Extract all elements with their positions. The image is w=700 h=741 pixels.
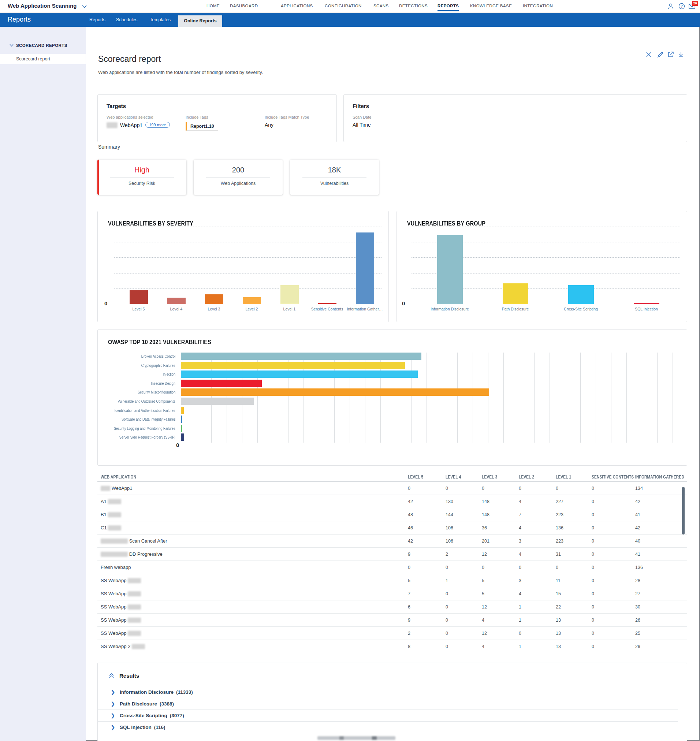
table-row[interactable]: Fresh webapp000000136 [97,561,687,574]
more-webapps-badge[interactable]: 199 more [146,122,169,128]
y-axis-zero-tick: 0 [402,300,405,306]
nav-knowledge-base[interactable]: KNOWLEDGE BASE [470,4,512,8]
nav-configuration[interactable]: CONFIGURATION [325,4,362,8]
owasp-label-4: Insecure Design [98,380,175,387]
tab-templates[interactable]: Templates [150,17,171,22]
result-group-cross-site-scripting[interactable]: ❯Cross-Site Scripting(3077) [98,710,678,722]
nav-reports[interactable]: REPORTS [437,4,459,8]
category-labels: Level 5Level 4Level 3Level 2Level 1Sensi… [120,307,384,311]
tab-online-reports[interactable]: Online Reports [178,15,222,27]
column-header-web-application[interactable]: WEB APPLICATION [101,475,408,479]
sidebar: SCORECARD REPORTS Scorecard report [0,27,86,741]
edit-icon[interactable] [657,51,664,58]
count-cell: 9 [408,618,446,623]
nav-applications[interactable]: APPLICATIONS [281,4,313,8]
owasp-top10-plot: Broken Access ControlCryptographic Failu… [98,330,687,465]
help-icon[interactable]: ? [678,3,685,10]
column-header-level-4[interactable]: LEVEL 4 [446,475,482,479]
count-cell: 227 [556,499,592,504]
targets-heading: Targets [107,103,126,109]
chevron-down-icon [10,44,13,47]
webapp-name-cell: SS WebApp 2 [101,644,408,649]
filters-panel: Filters Scan Date All Time [343,94,687,142]
product-switcher[interactable]: Web Application Scanning [8,3,87,9]
summary-value: 18K [290,166,379,174]
owasp-bar-2 [181,362,405,369]
table-row[interactable]: SS WebApp 6012122030 [97,600,687,614]
table-header-row: WEB APPLICATIONLEVEL 5LEVEL 4LEVEL 3LEVE… [97,472,687,482]
column-header-level-3[interactable]: LEVEL 3 [482,475,519,479]
table-row[interactable]: DD Progressive9212431041 [97,548,687,561]
result-group-path-disclosure[interactable]: ❯Path Disclosure(3388) [98,698,678,710]
close-icon[interactable] [646,51,652,58]
table-scrollbar-thumb[interactable] [682,487,685,535]
count-cell: 0 [592,499,635,504]
tab-schedules[interactable]: Schedules [116,17,137,22]
column-header-level-1[interactable]: LEVEL 1 [556,475,592,479]
owasp-bar-6 [181,398,254,405]
count-cell: 3 [519,538,556,544]
user-icon[interactable] [667,3,674,10]
table-row[interactable]: SS WebApp 2012013025 [97,627,687,640]
webapp-name-cell: SS WebApp [101,617,408,623]
open-in-new-icon[interactable] [668,51,674,58]
count-cell: 8 [408,644,446,649]
count-cell: 13 [556,618,592,623]
redacted-text [128,591,141,596]
section-title: Reports [8,16,31,24]
table-row[interactable]: SS WebApp 2 804113029 [97,640,687,653]
table-row[interactable]: C1 46106364136042 [97,521,687,535]
count-cell: 5 [482,578,519,583]
nav-detections[interactable]: DETECTIONS [399,4,428,8]
result-group-count: (11333) [176,690,193,695]
count-cell: 4 [519,499,556,504]
count-cell: 0 [592,565,635,570]
sidebar-section-scorecard-reports[interactable]: SCORECARD REPORTS [0,41,86,51]
owasp-bar-5 [181,388,489,396]
summary-card-web-applications: 200Web Applications [194,160,282,195]
table-row[interactable]: SS WebApp 705415027 [97,587,687,600]
tab-reports[interactable]: Reports [89,17,106,22]
count-cell: 0 [592,631,635,636]
count-cell: 0 [482,486,519,491]
nav-dashboard[interactable]: DASHBOARD [230,4,258,8]
summary-card-vulnerabilities: 18KVulnerabilities [290,160,379,195]
count-cell: 0 [592,538,635,544]
nav-scans[interactable]: SCANS [374,4,389,8]
table-row[interactable]: Scan Cancel After421062013223040 [97,535,687,548]
redacted-text [101,538,128,544]
column-header-level-5[interactable]: LEVEL 5 [408,475,446,479]
table-row[interactable]: SS WebApp 515311028 [97,574,687,587]
redacted-text [132,644,145,649]
collapse-icon[interactable] [109,673,114,678]
webapp-name-cell: SS WebApp [101,578,408,583]
table-row[interactable]: WebApp1000000134 [97,482,687,495]
webapp-name-cell: Scan Cancel After [101,538,408,544]
table-row[interactable]: SS WebApp 904113026 [97,614,687,627]
count-cell: 130 [446,499,482,504]
table-row[interactable]: B1 481441487223041 [97,508,687,521]
column-header-information-gathered[interactable]: INFORMATION GATHERED [635,475,693,479]
count-cell: 201 [482,538,519,544]
bars-row [120,226,384,304]
count-cell: 1 [519,604,556,610]
download-icon[interactable] [678,51,684,58]
owasp-label-8: Software and Data Integrity Failures [98,416,175,423]
result-group-label: Cross-Site Scripting [120,713,167,718]
result-group-sql-injection[interactable]: ❯SQL Injection(116) [98,722,678,733]
owasp-label-6: Vulnerable and Outdated Components [98,398,175,405]
count-cell: 9 [408,552,446,557]
count-cell: 31 [556,552,592,557]
count-cell: 7 [408,591,446,596]
match-type-label: Include Tags Match Type [265,115,309,119]
sidebar-item-scorecard-report[interactable]: Scorecard report [0,54,86,64]
nav-integration[interactable]: INTEGRATION [523,4,553,8]
count-cell: 148 [482,499,519,504]
nav-home[interactable]: HOME [206,4,220,8]
table-row[interactable]: A1 421301484227042 [97,495,687,508]
count-cell: 0 [556,565,592,570]
column-header-level-2[interactable]: LEVEL 2 [519,475,556,479]
column-header-sensitive-contents[interactable]: SENSITIVE CONTENTS [592,475,635,479]
result-group-information-disclosure[interactable]: ❯Information Disclosure(11333) [98,687,678,698]
count-cell: 0 [592,486,635,491]
